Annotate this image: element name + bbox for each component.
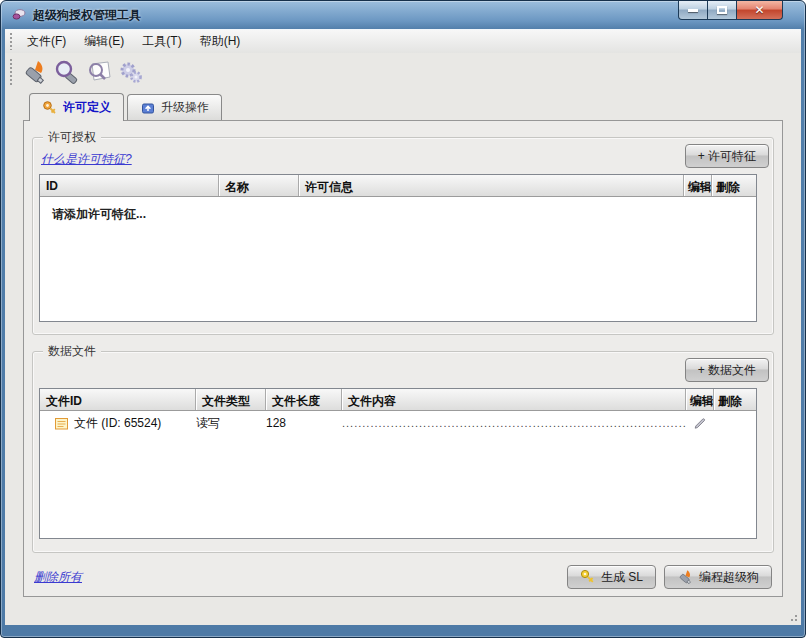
- menubar-grip[interactable]: [9, 33, 14, 50]
- upgrade-icon: [140, 100, 156, 116]
- table-row[interactable]: 文件 (ID: 65524) 读写 128 ..................…: [40, 411, 756, 435]
- col-file-edit[interactable]: 编辑: [686, 389, 714, 410]
- app-window: 超级狗授权管理工具 ✕ 文件(F) 编辑(E) 工具(T) 帮助(H): [0, 0, 806, 638]
- inspect-superdog-icon[interactable]: [52, 58, 82, 88]
- col-file-id[interactable]: 文件ID: [40, 389, 196, 410]
- data-files-table-header: 文件ID 文件类型 文件长度 文件内容 编辑 删除: [40, 389, 756, 411]
- pencil-icon: [693, 416, 707, 430]
- menu-tools[interactable]: 工具(T): [133, 30, 190, 53]
- license-features-table: ID 名称 许可信息 编辑 删除 请添加许可特征...: [39, 174, 757, 322]
- add-data-file-button[interactable]: + 数据文件: [685, 358, 769, 382]
- menu-help[interactable]: 帮助(H): [191, 30, 250, 53]
- license-authorization-group: 许可授权 什么是许可特征? + 许可特征 ID 名称 许可信息 编辑 删除 请添…: [32, 137, 774, 335]
- program-superdog-button[interactable]: 编程超级狗: [664, 565, 772, 589]
- file-type-value: 读写: [196, 415, 266, 432]
- menu-bar: 文件(F) 编辑(E) 工具(T) 帮助(H): [5, 30, 801, 53]
- data-files-group: 数据文件 + 数据文件 文件ID 文件类型 文件长度 文件内容 编辑 删除: [32, 351, 774, 553]
- toolbar: [5, 53, 801, 93]
- view-license-icon[interactable]: [84, 58, 114, 88]
- file-content-value: ........................................…: [342, 417, 686, 429]
- menu-edit[interactable]: 编辑(E): [75, 30, 133, 53]
- toolbar-grip[interactable]: [9, 59, 14, 87]
- file-id-value: 文件 (ID: 65524): [74, 415, 161, 432]
- what-is-license-feature-link[interactable]: 什么是许可特征?: [41, 151, 132, 168]
- edit-file-button[interactable]: [686, 416, 714, 430]
- tab-license-definition[interactable]: 许可定义: [29, 93, 124, 121]
- window-controls: ✕: [678, 1, 783, 20]
- col-name[interactable]: 名称: [219, 175, 299, 196]
- titlebar[interactable]: 超级狗授权管理工具 ✕: [1, 1, 805, 29]
- generate-sl-label: 生成 SL: [601, 569, 643, 586]
- client-area: 文件(F) 编辑(E) 工具(T) 帮助(H): [5, 29, 801, 625]
- settings-icon[interactable]: [116, 58, 146, 88]
- col-id[interactable]: ID: [40, 175, 219, 196]
- data-files-table: 文件ID 文件类型 文件长度 文件内容 编辑 删除: [39, 388, 757, 539]
- sl-key-icon: [580, 569, 596, 585]
- license-table-header: ID 名称 许可信息 编辑 删除: [40, 175, 756, 197]
- resize-grip[interactable]: [788, 612, 798, 622]
- window-title: 超级狗授权管理工具: [33, 7, 141, 24]
- delete-all-link[interactable]: 删除所有: [34, 569, 82, 586]
- col-delete[interactable]: 删除: [712, 175, 756, 196]
- generate-sl-button[interactable]: 生成 SL: [567, 565, 656, 589]
- add-license-feature-button[interactable]: + 许可特征: [685, 144, 769, 168]
- license-group-title: 许可授权: [43, 130, 101, 144]
- col-edit[interactable]: 编辑: [684, 175, 712, 196]
- tab-upgrade-label: 升级操作: [161, 99, 209, 116]
- license-table-body: 请添加许可特征...: [40, 197, 756, 321]
- license-key-icon: [42, 100, 58, 116]
- tab-upgrade-operations[interactable]: 升级操作: [127, 94, 222, 120]
- col-file-content[interactable]: 文件内容: [342, 389, 686, 410]
- maximize-icon: [717, 6, 727, 14]
- file-length-value: 128: [266, 416, 342, 430]
- data-files-group-title: 数据文件: [43, 344, 101, 358]
- col-file-delete[interactable]: 删除: [714, 389, 756, 410]
- col-file-type[interactable]: 文件类型: [196, 389, 266, 410]
- minimize-button[interactable]: [678, 1, 708, 20]
- maximize-button[interactable]: [708, 1, 737, 20]
- col-info[interactable]: 许可信息: [299, 175, 684, 196]
- menu-file[interactable]: 文件(F): [18, 30, 75, 53]
- minimize-icon: [688, 9, 698, 12]
- data-files-table-body: 文件 (ID: 65524) 读写 128 ..................…: [40, 411, 756, 538]
- app-icon: [11, 7, 27, 23]
- footer-row: 删除所有 生成 SL: [34, 565, 772, 589]
- superdog-dongle-icon: [677, 569, 694, 586]
- program-superdog-icon[interactable]: [20, 58, 50, 88]
- tab-strip: 许可定义 升级操作: [5, 93, 801, 120]
- tab-license-label: 许可定义: [63, 99, 111, 116]
- col-file-length[interactable]: 文件长度: [266, 389, 342, 410]
- close-button[interactable]: ✕: [737, 1, 783, 20]
- license-definition-panel: 许可授权 什么是许可特征? + 许可特征 ID 名称 许可信息 编辑 删除 请添…: [23, 120, 783, 597]
- program-superdog-label: 编程超级狗: [699, 569, 759, 586]
- data-file-icon: [54, 416, 69, 431]
- close-icon: ✕: [754, 4, 764, 16]
- empty-license-message: 请添加许可特征...: [40, 197, 756, 223]
